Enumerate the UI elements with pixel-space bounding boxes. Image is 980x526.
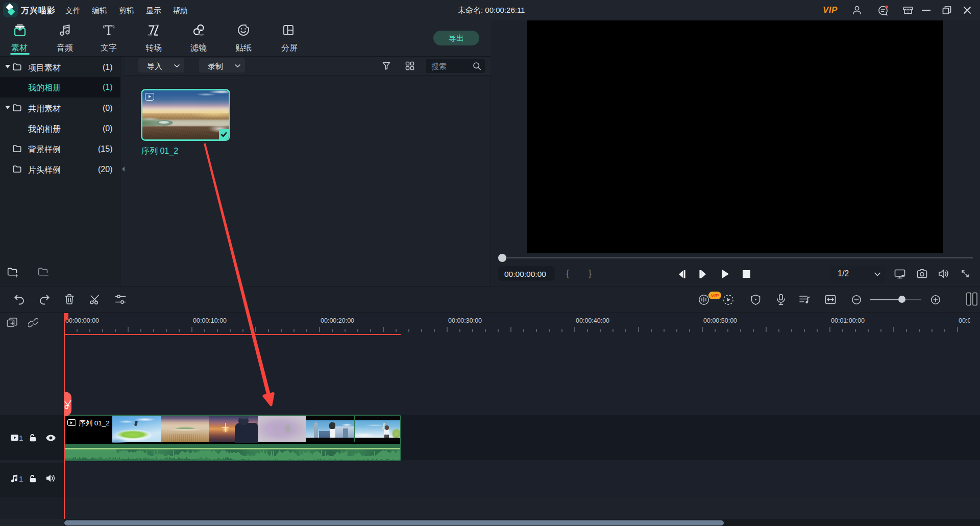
svg-text:00:00:40:00: 00:00:40:00 (576, 317, 609, 324)
svg-text:00:00:30:00: 00:00:30:00 (448, 317, 482, 324)
svg-text:00:00:20:00: 00:00:20:00 (321, 317, 354, 324)
svg-text:00:01:00:00: 00:01:00:00 (831, 317, 865, 324)
svg-text:00:00:50:00: 00:00:50:00 (703, 317, 737, 324)
svg-text:00:00:00:00: 00:00:00:00 (65, 317, 99, 324)
svg-text:00:01:10:00: 00:01:10:00 (959, 317, 970, 324)
